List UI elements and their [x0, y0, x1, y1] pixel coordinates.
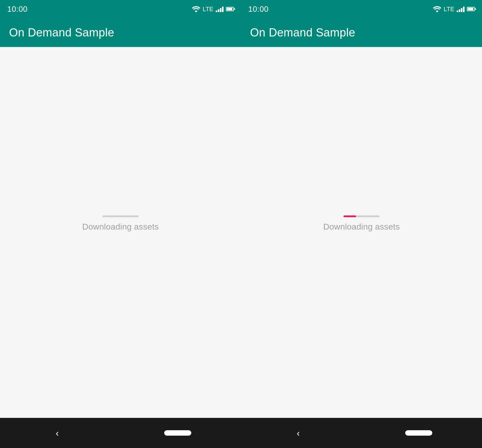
download-label-right: Downloading assets	[323, 222, 400, 232]
app-title-right: On Demand Sample	[250, 26, 355, 39]
status-time-right: 10:00	[248, 5, 269, 14]
status-time-left: 10:00	[7, 5, 28, 14]
status-icons-right: LTE	[433, 6, 475, 13]
download-container-left: Downloading assets	[82, 215, 159, 232]
lte-label-right: LTE	[444, 6, 454, 13]
phone-right: 10:00 LTE On Demand Sample	[241, 0, 482, 448]
app-title-left: On Demand Sample	[9, 26, 114, 39]
progress-track-left	[102, 215, 139, 217]
app-bar-right: On Demand Sample	[241, 18, 482, 47]
status-bar-left: 10:00 LTE	[0, 0, 241, 18]
lte-label-left: LTE	[203, 6, 213, 13]
battery-icon-right	[467, 7, 475, 11]
download-label-left: Downloading assets	[82, 222, 159, 232]
wifi-icon-left	[192, 6, 200, 12]
status-bar-right: 10:00 LTE	[241, 0, 482, 18]
signal-icon-right	[457, 6, 465, 12]
battery-icon-left	[226, 7, 234, 11]
nav-bar-left: ‹	[0, 418, 241, 448]
wifi-icon-right	[433, 6, 441, 12]
status-icons-left: LTE	[192, 6, 234, 13]
progress-track-right	[343, 215, 380, 217]
main-content-right: Downloading assets	[241, 47, 482, 418]
signal-icon-left	[216, 6, 224, 12]
back-button-right[interactable]: ‹	[291, 425, 306, 442]
main-content-left: Downloading assets	[0, 47, 241, 418]
app-bar-left: On Demand Sample	[0, 18, 241, 47]
back-button-left[interactable]: ‹	[50, 425, 65, 442]
nav-bar-right: ‹	[241, 418, 482, 448]
phone-left: 10:00 LTE On Demand Sample	[0, 0, 241, 448]
progress-fill-right	[343, 215, 356, 217]
home-button-right[interactable]	[405, 430, 432, 436]
home-button-left[interactable]	[164, 430, 191, 436]
download-container-right: Downloading assets	[323, 215, 400, 232]
